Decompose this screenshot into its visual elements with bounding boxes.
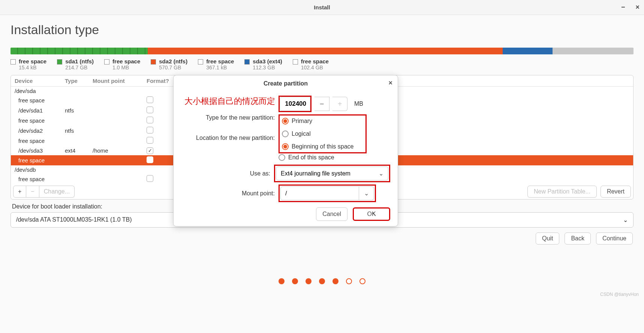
quit-button[interactable]: Quit	[536, 232, 559, 244]
legend-size: 1.0 MB	[112, 64, 140, 70]
titlebar: Install − ×	[0, 0, 644, 15]
dot-icon	[332, 278, 338, 284]
format-checkbox[interactable]	[147, 117, 153, 123]
legend-item: sda3 (ext4)112.3 GB	[244, 58, 282, 70]
window-title: Install	[314, 4, 330, 10]
legend-name: sda1 (ntfs)	[65, 58, 94, 64]
legend-name: free space	[206, 58, 234, 64]
dot-icon	[292, 278, 298, 284]
legend-name: sda3 (ext4)	[253, 58, 282, 64]
format-checkbox[interactable]	[147, 147, 153, 154]
add-partition-button[interactable]: +	[13, 186, 26, 198]
legend-size: 214.7 GB	[65, 64, 94, 70]
legend-size: 367.1 kB	[206, 64, 234, 70]
close-icon[interactable]: ×	[635, 3, 640, 11]
legend-swatch	[244, 59, 250, 64]
size-decrement-button[interactable]: −	[315, 97, 329, 111]
format-checkbox[interactable]	[147, 175, 153, 182]
legend-name: free space	[112, 58, 140, 64]
footer-buttons: Quit Back Continue	[536, 232, 633, 244]
radio-icon	[282, 143, 289, 150]
legend-item: sda2 (ntfs)570.7 GB	[151, 58, 187, 70]
chevron-down-icon	[623, 216, 628, 224]
dot-icon	[359, 278, 365, 284]
chevron-down-icon	[364, 190, 369, 197]
legend-item: free space102.4 GB	[293, 58, 329, 70]
watermark: CSDN @tianyvHon	[600, 292, 639, 297]
mount-point-label: Mount point:	[181, 190, 279, 197]
legend-item: sda1 (ntfs)214.7 GB	[57, 58, 94, 70]
annotation-text: 大小根据自己的情况而定	[184, 96, 275, 107]
partition-legend: free space15.4 kBsda1 (ntfs)214.7 GBfree…	[10, 58, 634, 70]
partition-location-label: Location for the new partition:	[181, 135, 279, 141]
radio-icon	[279, 154, 285, 161]
legend-swatch	[10, 59, 16, 64]
size-unit: MB	[354, 100, 363, 107]
legend-item: free space15.4 kB	[10, 58, 46, 70]
progress-dots	[279, 278, 365, 284]
legend-swatch	[198, 59, 203, 64]
col-device: Device	[15, 78, 63, 84]
size-input[interactable]	[280, 97, 310, 111]
legend-name: sda2 (ntfs)	[159, 58, 187, 64]
new-partition-table-button[interactable]: New Partition Table...	[527, 186, 597, 198]
radio-beginning[interactable]: Beginning of this space	[282, 143, 353, 150]
format-checkbox[interactable]	[147, 127, 153, 134]
change-partition-button[interactable]: Change...	[39, 186, 75, 198]
col-type: Type	[65, 78, 91, 84]
dialog-close-icon[interactable]: ×	[388, 79, 392, 87]
partition-type-label: Type for the new partition:	[181, 114, 279, 121]
radio-icon	[282, 118, 289, 124]
remove-partition-button[interactable]: −	[26, 186, 39, 198]
cancel-button[interactable]: Cancel	[316, 207, 347, 221]
chevron-down-icon	[379, 170, 383, 177]
legend-name: free space	[19, 58, 46, 64]
size-increment-button[interactable]: +	[332, 97, 347, 111]
dot-icon	[279, 278, 285, 284]
mount-point-dropdown[interactable]	[359, 186, 374, 200]
use-as-label: Use as:	[181, 170, 274, 177]
legend-item: free space1.0 MB	[104, 58, 140, 70]
radio-end[interactable]: End of this space	[279, 154, 334, 161]
mount-point-input[interactable]: /	[280, 186, 359, 200]
format-checkbox[interactable]	[147, 106, 153, 113]
page-title: Installation type	[10, 22, 634, 37]
use-as-select[interactable]: Ext4 journaling file system	[276, 166, 388, 180]
revert-button[interactable]: Revert	[601, 186, 631, 198]
continue-button[interactable]: Continue	[596, 232, 633, 244]
radio-logical[interactable]: Logical	[282, 130, 311, 137]
cursor-icon: ↖	[372, 211, 376, 217]
back-button[interactable]: Back	[565, 232, 591, 244]
legend-size: 570.7 GB	[159, 64, 187, 70]
format-checkbox[interactable]	[147, 96, 153, 103]
legend-swatch	[104, 59, 109, 64]
legend-size: 112.3 GB	[253, 64, 282, 70]
format-checkbox[interactable]	[147, 137, 153, 144]
format-checkbox[interactable]	[147, 156, 153, 163]
legend-swatch	[151, 59, 156, 64]
minimize-icon[interactable]: −	[621, 3, 625, 11]
col-mount: Mount point	[93, 78, 145, 84]
legend-swatch	[57, 59, 62, 64]
dot-icon	[319, 278, 325, 284]
legend-name: free space	[301, 58, 329, 64]
legend-swatch	[293, 59, 298, 64]
radio-primary[interactable]: Primary	[282, 118, 312, 124]
legend-item: free space367.1 kB	[198, 58, 234, 70]
legend-size: 15.4 kB	[19, 64, 46, 70]
dot-icon	[346, 278, 352, 284]
legend-size: 102.4 GB	[301, 64, 329, 70]
radio-icon	[282, 130, 289, 137]
partition-bar	[10, 48, 634, 54]
dot-icon	[306, 278, 312, 284]
boot-loader-value: /dev/sda ATA ST1000LM035-1RK1 (1.0 TB)	[16, 216, 132, 223]
ok-button[interactable]: OK ↖	[353, 207, 390, 221]
dialog-title: Create partition ×	[174, 75, 398, 92]
